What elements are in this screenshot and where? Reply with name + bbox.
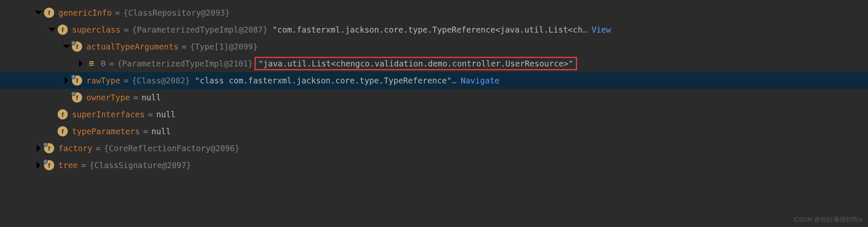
equals: = [124, 25, 128, 34]
field-value-string: "class com.fasterxml.jackson.core.type.T… [195, 76, 451, 85]
equals: = [81, 161, 86, 170]
chevron-right-icon[interactable] [34, 161, 43, 170]
tree-row-tree[interactable]: f tree = {ClassSignature@2097} [0, 157, 868, 174]
field-name: actualTypeArguments [86, 42, 178, 51]
field-icon: f [58, 126, 68, 136]
field-name: genericInfo [58, 8, 112, 17]
tree-row-actualTypeArguments[interactable]: f actualTypeArguments = {Type[1]@2099} [0, 38, 868, 55]
field-value-string: "java.util.List<chengco.validation.demo.… [258, 59, 573, 68]
field-icon: f [44, 8, 54, 18]
equals: = [109, 59, 113, 68]
chevron-right-icon[interactable] [34, 144, 43, 153]
field-value: {ClassSignature@2097} [89, 161, 191, 170]
field-icon: f [72, 75, 82, 86]
field-icon: f [58, 25, 68, 35]
field-value: null [156, 110, 176, 119]
tree-row-genericInfo[interactable]: f genericInfo = {ClassRepository@2093} [0, 4, 868, 21]
navigate-link[interactable]: Navigate [461, 76, 500, 85]
chevron-down-icon[interactable] [47, 25, 57, 34]
equals: = [148, 110, 153, 119]
array-element-icon: ≡ [86, 58, 97, 69]
field-value: {Type[1]@2099} [190, 42, 258, 51]
field-name: rawType [86, 76, 120, 85]
watermark: CSDN @你好像很好吃a [794, 216, 862, 224]
tree-row-ownerType[interactable]: ▶ f ownerType = null [0, 89, 868, 106]
field-value: {CoreReflectionFactory@2096} [104, 144, 240, 153]
equals: = [133, 93, 138, 102]
tree-row-typeParameters[interactable]: ▶ f typeParameters = null [0, 123, 868, 140]
tree-row-superInterfaces[interactable]: ▶ f superInterfaces = null [0, 106, 868, 123]
equals: = [143, 127, 148, 136]
field-value: null [152, 127, 171, 136]
field-name: superInterfaces [72, 110, 145, 119]
field-name: tree [58, 161, 78, 170]
field-icon: f [72, 42, 82, 52]
equals: = [182, 42, 186, 51]
field-value-string: "com.fasterxml.jackson.core.type.TypeRef… [273, 25, 583, 34]
field-icon: f [72, 92, 82, 102]
equals: = [96, 144, 100, 153]
chevron-down-icon[interactable] [62, 42, 71, 51]
field-value-class: {Class@2082} [132, 76, 190, 85]
field-value-class: {ParameterizedTypeImpl@2087} [132, 25, 268, 34]
equals: = [115, 8, 120, 17]
field-value: null [141, 93, 161, 102]
tree-row-superclass[interactable]: f superclass = {ParameterizedTypeImpl@20… [0, 21, 868, 38]
ellipsis: … [583, 25, 587, 34]
equals: = [124, 76, 128, 85]
field-icon: f [58, 109, 68, 119]
tree-row-rawType[interactable]: f rawType = {Class@2082} "class com.fast… [0, 72, 868, 89]
field-name: ownerType [86, 93, 130, 102]
tree-row-factory[interactable]: f factory = {CoreReflectionFactory@2096} [0, 140, 868, 157]
field-value: {ClassRepository@2093} [123, 8, 230, 17]
field-icon: f [44, 160, 54, 170]
view-link[interactable]: View [592, 25, 611, 34]
field-name: 0 [101, 59, 105, 68]
ellipsis: … [452, 76, 456, 85]
highlight-box: "java.util.List<chengco.validation.demo.… [254, 57, 577, 70]
field-name: typeParameters [72, 127, 140, 136]
field-icon: f [44, 143, 54, 153]
field-name: superclass [72, 25, 120, 34]
chevron-right-icon[interactable] [76, 59, 86, 68]
chevron-right-icon[interactable] [62, 76, 71, 85]
chevron-down-icon[interactable] [34, 8, 43, 17]
field-value-class: {ParameterizedTypeImpl@2101} [117, 59, 253, 68]
field-name: factory [58, 144, 92, 153]
tree-row-element-0[interactable]: ≡ 0 = {ParameterizedTypeImpl@2101} "java… [0, 55, 868, 72]
